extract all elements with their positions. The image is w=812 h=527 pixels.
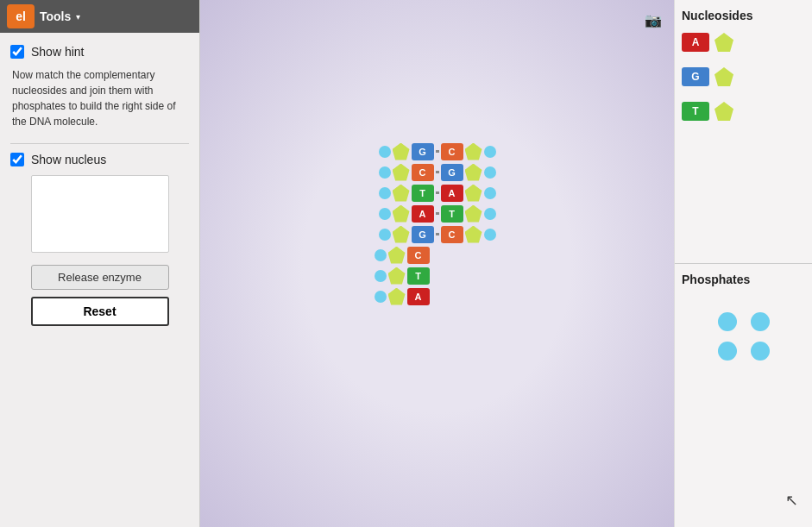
pentagon-right <box>465 143 482 160</box>
cursor-indicator: ↖ <box>785 491 798 510</box>
pentagon-left <box>388 247 406 264</box>
nucleoside-A[interactable]: A <box>407 288 430 305</box>
hint-text: Now match the complementary nucleosides … <box>12 67 189 129</box>
divider-1 <box>10 143 189 144</box>
phosphate-right <box>484 166 496 179</box>
dna-row-7: T <box>343 267 532 285</box>
nucleoside-T[interactable]: T <box>412 185 434 202</box>
toolbar-title: Tools <box>40 9 71 23</box>
phosphate-item-2[interactable] <box>751 312 770 331</box>
show-nucleus-label: Show nucleus <box>31 153 106 166</box>
pentagon-left <box>393 185 410 202</box>
toolbar-dropdown-arrow[interactable]: ▾ <box>76 12 80 22</box>
phosphate-right <box>484 146 496 158</box>
connector <box>436 150 439 153</box>
phosphate-left <box>379 187 391 199</box>
phosphate-right <box>484 187 496 199</box>
phosphate-item-1[interactable] <box>718 312 737 331</box>
dna-row-5: G C <box>343 226 532 243</box>
nucleoside-A[interactable]: A <box>412 205 434 223</box>
nucleoside-block-A: A <box>682 33 709 52</box>
pentagon-right <box>465 205 482 223</box>
left-panel: el Tools ▾ Show hint Now match the compl… <box>0 0 200 527</box>
release-enzyme-button[interactable]: Release enzyme <box>31 265 169 290</box>
nucleoside-item-A[interactable]: A <box>682 33 805 52</box>
dna-row-6: C <box>343 247 532 264</box>
nucleoside-G[interactable]: G <box>441 164 463 181</box>
phosphate-item-4[interactable] <box>751 342 770 361</box>
phosphates-title: Phosphates <box>682 273 805 286</box>
pentagon-left <box>388 267 406 285</box>
center-panel: 📷 G C C G T A <box>200 0 674 527</box>
nucleoside-block-T: T <box>682 102 709 121</box>
nucleoside-C[interactable]: C <box>412 164 434 181</box>
pentagon-right <box>465 164 482 181</box>
right-panel: Nucleosides A G T Phosphates <box>674 0 812 527</box>
nucleoside-A[interactable]: A <box>441 185 463 202</box>
phosphate-left <box>379 166 391 179</box>
nucleoside-G[interactable]: G <box>412 226 434 243</box>
nucleoside-pentagon-A <box>714 33 733 52</box>
nucleoside-T[interactable]: T <box>407 267 430 285</box>
reset-button[interactable]: Reset <box>31 297 169 326</box>
toolbar: el Tools ▾ <box>0 0 199 33</box>
drop-zone <box>31 175 169 253</box>
phosphate-left <box>379 146 391 158</box>
show-nucleus-checkbox[interactable] <box>10 153 24 166</box>
phosphate-left <box>379 208 391 220</box>
pentagon-left <box>393 226 410 243</box>
nucleosides-section: Nucleosides A G T <box>675 0 812 264</box>
dna-row-8: A <box>343 288 532 305</box>
nucleoside-C[interactable]: C <box>441 143 463 160</box>
phosphate-left <box>375 249 387 261</box>
phosphate-grid <box>682 312 805 361</box>
left-content: Show hint Now match the complementary nu… <box>0 33 199 527</box>
phosphate-left <box>375 270 387 282</box>
connector <box>436 233 439 235</box>
phosphate-row-2 <box>718 342 770 361</box>
nucleoside-item-T[interactable]: T <box>682 102 805 121</box>
pentagon-left <box>393 205 410 223</box>
pentagon-right <box>465 226 482 243</box>
show-nucleus-row: Show nucleus <box>10 153 189 166</box>
nucleoside-T[interactable]: T <box>441 205 463 223</box>
connector <box>436 191 439 194</box>
phosphate-right <box>484 229 496 241</box>
nucleoside-C[interactable]: C <box>407 247 430 264</box>
dna-row-4: A T <box>343 205 532 223</box>
nucleosides-title: Nucleosides <box>682 9 805 22</box>
phosphate-left <box>379 229 391 241</box>
show-hint-checkbox[interactable] <box>10 45 24 59</box>
app-logo: el <box>7 4 35 28</box>
pentagon-left <box>388 288 406 305</box>
phosphate-row-1 <box>718 312 770 331</box>
connector <box>436 212 439 215</box>
nucleoside-item-G[interactable]: G <box>682 67 805 86</box>
nucleoside-G[interactable]: G <box>412 143 434 160</box>
phosphates-section: Phosphates <box>675 264 812 527</box>
dna-structure: G C C G T A <box>343 143 532 385</box>
nucleoside-pentagon-T <box>714 102 733 121</box>
dna-row-2: C G <box>343 164 532 181</box>
camera-icon[interactable]: 📷 <box>645 12 662 28</box>
connector <box>436 171 439 173</box>
phosphate-right <box>484 208 496 220</box>
phosphate-left <box>375 291 387 303</box>
nucleoside-block-G: G <box>682 67 709 86</box>
dna-row-1: G C <box>343 143 532 160</box>
pentagon-right <box>465 185 482 202</box>
show-hint-row: Show hint <box>10 45 189 59</box>
pentagon-left <box>393 143 410 160</box>
nucleoside-pentagon-G <box>714 67 733 86</box>
pentagon-left <box>393 164 410 181</box>
phosphate-item-3[interactable] <box>718 342 737 361</box>
show-hint-label: Show hint <box>31 45 84 59</box>
dna-row-3: T A <box>343 185 532 202</box>
nucleoside-C[interactable]: C <box>441 226 463 243</box>
